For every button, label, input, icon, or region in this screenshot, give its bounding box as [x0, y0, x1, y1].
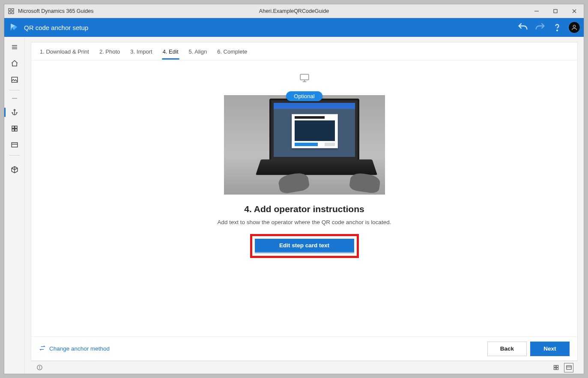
- app-window: Microsoft Dynamics 365 Guides Aheri.Exam…: [4, 4, 584, 374]
- redo-icon[interactable]: [534, 21, 546, 33]
- window-maximize-button[interactable]: [546, 4, 565, 18]
- siderail-separator-2: [9, 155, 20, 159]
- optional-badge: Optional: [286, 91, 322, 101]
- window-titlebar: Microsoft Dynamics 365 Guides Aheri.Exam…: [4, 4, 584, 18]
- wizard-steps: 1. Download & Print 2. Photo 3. Import 4…: [31, 42, 577, 60]
- content-description: Add text to show the operator where the …: [218, 219, 391, 226]
- side-rail: [4, 37, 25, 374]
- next-button[interactable]: Next: [530, 342, 570, 356]
- siderail-package-icon[interactable]: [6, 162, 23, 177]
- view-card-icon[interactable]: [564, 363, 573, 372]
- undo-icon[interactable]: [517, 21, 529, 33]
- siderail-collapse-icon[interactable]: [6, 97, 23, 104]
- main-area: 1. Download & Print 2. Photo 3. Import 4…: [25, 37, 584, 374]
- svg-rect-33: [554, 368, 555, 369]
- svg-point-30: [39, 366, 40, 367]
- siderail-card-icon[interactable]: [6, 137, 23, 153]
- siderail-hamburger-icon[interactable]: [6, 39, 23, 55]
- svg-rect-21: [12, 129, 14, 131]
- wizard-card: 1. Download & Print 2. Photo 3. Import 4…: [31, 42, 578, 361]
- app-command-bar: QR code anchor setup: [4, 18, 584, 37]
- user-avatar[interactable]: [568, 21, 580, 33]
- help-icon[interactable]: [551, 21, 563, 33]
- app-body: 1. Download & Print 2. Photo 3. Import 4…: [4, 37, 584, 374]
- swap-icon: [39, 345, 46, 353]
- svg-point-8: [557, 30, 558, 31]
- svg-point-9: [573, 25, 575, 27]
- svg-rect-3: [12, 12, 14, 14]
- window-close-button[interactable]: [565, 4, 584, 18]
- view-grid-icon[interactable]: [551, 363, 561, 372]
- svg-rect-35: [566, 366, 571, 369]
- siderail-separator: [9, 90, 20, 94]
- svg-rect-23: [12, 143, 18, 147]
- svg-rect-25: [300, 74, 309, 80]
- change-anchor-method-label: Change anchor method: [49, 345, 110, 352]
- highlight-box: Edit step card text: [250, 234, 359, 258]
- svg-rect-5: [554, 9, 557, 13]
- svg-rect-31: [554, 366, 555, 367]
- step-6[interactable]: 6. Complete: [216, 43, 248, 59]
- page-title: QR code anchor setup: [24, 24, 88, 31]
- step-3[interactable]: 3. Import: [129, 43, 153, 59]
- app-icon: [8, 8, 15, 15]
- svg-rect-0: [9, 9, 11, 11]
- status-bar: [31, 361, 578, 374]
- step-5[interactable]: 5. Align: [188, 43, 208, 59]
- siderail-anchor-icon[interactable]: [6, 105, 23, 120]
- siderail-image-icon[interactable]: [6, 72, 23, 87]
- monitor-icon: [299, 72, 310, 85]
- wizard-footer: Change anchor method Back Next: [31, 336, 577, 360]
- siderail-home-icon[interactable]: [6, 56, 23, 71]
- svg-rect-2: [9, 12, 11, 14]
- step-1[interactable]: 1. Download & Print: [39, 43, 90, 59]
- window-minimize-button[interactable]: [527, 4, 546, 18]
- svg-rect-34: [556, 368, 558, 369]
- app-name: Microsoft Dynamics 365 Guides: [18, 8, 93, 14]
- content-heading: 4. Add operator instructions: [244, 204, 364, 214]
- svg-rect-19: [12, 126, 14, 128]
- svg-rect-22: [15, 129, 17, 131]
- svg-point-15: [14, 109, 15, 111]
- svg-rect-1: [12, 9, 14, 11]
- edit-step-card-text-button[interactable]: Edit step card text: [255, 239, 354, 253]
- change-anchor-method-link[interactable]: Change anchor method: [39, 345, 110, 353]
- illustration-laptop: [224, 95, 385, 195]
- svg-rect-32: [556, 366, 558, 367]
- wizard-content: Optional: [31, 60, 577, 336]
- back-button[interactable]: Back: [487, 342, 527, 356]
- document-name: Aheri.ExampleQRCodeGuide: [259, 8, 329, 14]
- info-icon[interactable]: [35, 364, 44, 371]
- step-2[interactable]: 2. Photo: [98, 43, 121, 59]
- svg-rect-20: [15, 126, 17, 128]
- step-4[interactable]: 4. Edit: [162, 43, 179, 59]
- dynamics-logo-icon: [8, 21, 20, 33]
- siderail-grid-icon[interactable]: [6, 121, 23, 136]
